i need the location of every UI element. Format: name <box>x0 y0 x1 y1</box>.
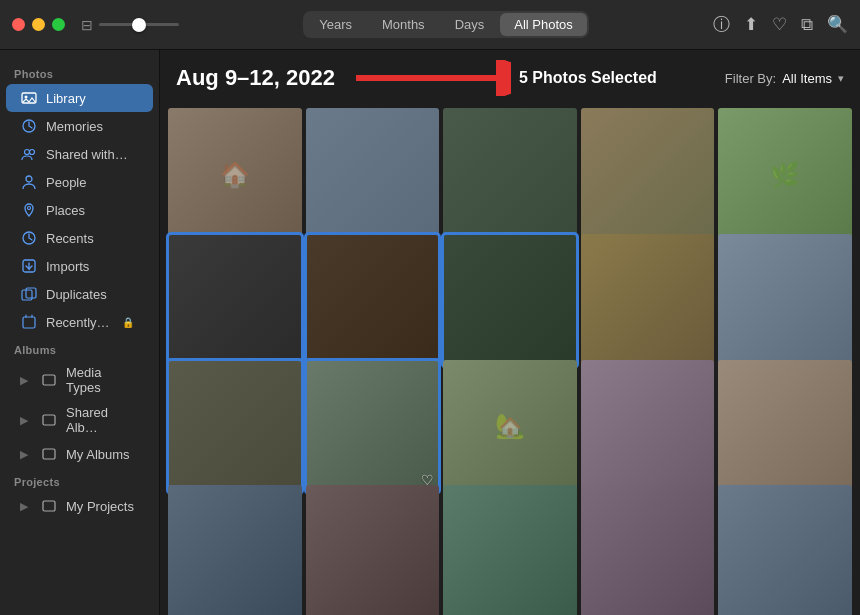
people-icon <box>20 173 38 191</box>
imports-label: Imports <box>46 259 89 274</box>
photo-cell-6[interactable] <box>168 234 302 368</box>
shared-with-label: Shared with… <box>46 147 128 162</box>
recents-label: Recents <box>46 231 94 246</box>
selected-count: 5 Photos Selected <box>519 69 657 87</box>
zoom-slider-area: ⊟ <box>81 17 179 33</box>
lock-icon: 🔒 <box>122 317 134 328</box>
photo-cell-14[interactable] <box>581 360 715 494</box>
albums-section-title: Albums <box>0 336 159 360</box>
disclosure-icon-3: ▶ <box>20 448 28 461</box>
photo-cell-11[interactable] <box>168 360 302 494</box>
sidebar-item-my-projects[interactable]: ▶ My Projects <box>6 492 153 520</box>
share-icon[interactable]: ⬆ <box>744 14 758 35</box>
search-icon[interactable]: 🔍 <box>827 14 848 35</box>
recents-icon <box>20 229 38 247</box>
library-icon <box>20 89 38 107</box>
recently-label: Recently… <box>46 315 110 330</box>
content-header: Aug 9–12, 2022 5 Photos Selected Filter … <box>160 50 860 104</box>
svg-point-4 <box>30 150 35 155</box>
arrow-indicator: 5 Photos Selected <box>351 60 725 96</box>
memories-icon <box>20 117 38 135</box>
info-icon[interactable]: ⓘ <box>713 13 730 36</box>
photo-cell-19[interactable] <box>581 485 715 615</box>
red-arrow <box>351 60 511 96</box>
media-types-label: Media Types <box>66 365 139 395</box>
tab-years[interactable]: Years <box>305 13 366 36</box>
sidebar-item-duplicates[interactable]: Duplicates <box>6 280 153 308</box>
sidebar-item-shared-albums[interactable]: ▶ Shared Alb… <box>6 400 153 440</box>
shared-with-icon <box>20 145 38 163</box>
sidebar-item-library[interactable]: Library <box>6 84 153 112</box>
media-types-icon <box>40 371 58 389</box>
titlebar: ⊟ Years Months Days All Photos ⓘ ⬆ ♡ ⧉ 🔍 <box>0 0 860 50</box>
traffic-lights <box>12 18 65 31</box>
tab-all-photos[interactable]: All Photos <box>500 13 587 36</box>
zoom-slider[interactable] <box>99 23 179 26</box>
svg-rect-15 <box>43 415 55 425</box>
recently-icon <box>20 313 38 331</box>
photo-cell-18[interactable] <box>443 485 577 615</box>
svg-point-6 <box>28 207 31 210</box>
svg-rect-14 <box>43 375 55 385</box>
minimize-button[interactable] <box>32 18 45 31</box>
photo-cell-17[interactable] <box>306 485 440 615</box>
slider-thumb[interactable] <box>132 18 146 32</box>
main-layout: Photos Library Memories <box>0 50 860 615</box>
photo-cell-5[interactable]: 🌿 <box>718 108 852 242</box>
filter-label: Filter By: <box>725 71 776 86</box>
shared-albums-label: Shared Alb… <box>66 405 139 435</box>
filter-chevron-icon: ▾ <box>838 72 844 85</box>
sidebar-item-recently[interactable]: Recently… 🔒 <box>6 308 153 336</box>
places-icon <box>20 201 38 219</box>
sidebar-item-people[interactable]: People <box>6 168 153 196</box>
photos-section-title: Photos <box>0 60 159 84</box>
svg-point-3 <box>25 150 30 155</box>
svg-point-5 <box>26 176 32 182</box>
filter-value: All Items <box>782 71 832 86</box>
my-projects-icon <box>40 497 58 515</box>
sidebar-item-recents[interactable]: Recents <box>6 224 153 252</box>
photo-cell-8[interactable] <box>443 234 577 368</box>
view-tabs: Years Months Days All Photos <box>303 11 589 38</box>
svg-rect-17 <box>43 501 55 511</box>
sidebar-item-memories[interactable]: Memories <box>6 112 153 140</box>
tab-months[interactable]: Months <box>368 13 439 36</box>
date-range: Aug 9–12, 2022 <box>176 65 335 91</box>
photo-cell-12[interactable]: ♡ <box>306 360 440 494</box>
shared-albums-icon <box>40 411 58 429</box>
sidebar-item-shared-with[interactable]: Shared with… <box>6 140 153 168</box>
photo-cell-20[interactable] <box>718 485 852 615</box>
photo-cell-16[interactable] <box>168 485 302 615</box>
grid-icon[interactable]: ⧉ <box>801 15 813 35</box>
my-projects-label: My Projects <box>66 499 134 514</box>
content-area: Aug 9–12, 2022 5 Photos Selected Filter … <box>160 50 860 615</box>
photo-cell-9[interactable] <box>581 234 715 368</box>
photo-cell-15[interactable] <box>718 360 852 494</box>
maximize-button[interactable] <box>52 18 65 31</box>
memories-label: Memories <box>46 119 103 134</box>
disclosure-icon: ▶ <box>20 374 28 387</box>
photo-cell-3[interactable] <box>443 108 577 242</box>
titlebar-actions: ⓘ ⬆ ♡ ⧉ 🔍 <box>713 13 848 36</box>
titlebar-center: Years Months Days All Photos <box>199 11 693 38</box>
sidebar-item-my-albums[interactable]: ▶ My Albums <box>6 440 153 468</box>
filter-area[interactable]: Filter By: All Items ▾ <box>725 71 844 86</box>
photo-grid: 🏠🌿♡🏡 <box>160 104 860 615</box>
photo-cell-10[interactable] <box>718 234 852 368</box>
photo-cell-2[interactable] <box>306 108 440 242</box>
tab-days[interactable]: Days <box>441 13 499 36</box>
heart-icon[interactable]: ♡ <box>772 14 787 35</box>
photo-cell-13[interactable]: 🏡 <box>443 360 577 494</box>
close-button[interactable] <box>12 18 25 31</box>
my-albums-icon <box>40 445 58 463</box>
disclosure-icon-4: ▶ <box>20 500 28 513</box>
svg-rect-11 <box>23 317 35 328</box>
sidebar-item-places[interactable]: Places <box>6 196 153 224</box>
sidebar-item-media-types[interactable]: ▶ Media Types <box>6 360 153 400</box>
duplicates-label: Duplicates <box>46 287 107 302</box>
imports-icon <box>20 257 38 275</box>
sidebar-item-imports[interactable]: Imports <box>6 252 153 280</box>
photo-cell-7[interactable] <box>306 234 440 368</box>
photo-cell-1[interactable]: 🏠 <box>168 108 302 242</box>
photo-cell-4[interactable] <box>581 108 715 242</box>
